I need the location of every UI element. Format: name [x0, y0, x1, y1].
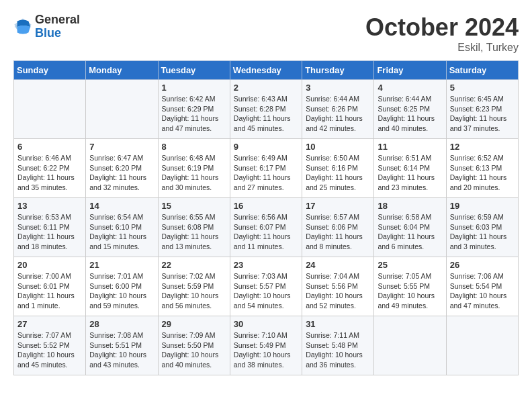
calendar-table: SundayMondayTuesdayWednesdayThursdayFrid… — [13, 60, 519, 375]
logo-general-text: General — [35, 13, 80, 27]
calendar-header: SundayMondayTuesdayWednesdayThursdayFrid… — [14, 61, 519, 80]
header-row: SundayMondayTuesdayWednesdayThursdayFrid… — [14, 61, 519, 80]
calendar-body: 1Sunrise: 6:42 AM Sunset: 6:29 PM Daylig… — [14, 80, 519, 375]
day-info: Sunrise: 7:02 AM Sunset: 5:59 PM Dayligh… — [162, 271, 226, 311]
day-number: 27 — [17, 319, 82, 329]
day-number: 1 — [162, 83, 226, 93]
day-info: Sunrise: 6:50 AM Sunset: 6:16 PM Dayligh… — [306, 153, 370, 193]
day-info: Sunrise: 6:49 AM Sunset: 6:17 PM Dayligh… — [234, 153, 298, 193]
day-number: 29 — [162, 319, 226, 329]
calendar-cell: 2Sunrise: 6:43 AM Sunset: 6:28 PM Daylig… — [230, 80, 302, 139]
header-day: Wednesday — [230, 61, 302, 80]
calendar-cell: 12Sunrise: 6:52 AM Sunset: 6:13 PM Dayli… — [446, 139, 518, 198]
month-title: October 2024 — [365, 13, 519, 42]
day-number: 31 — [306, 319, 370, 329]
day-info: Sunrise: 7:00 AM Sunset: 6:01 PM Dayligh… — [17, 271, 82, 311]
calendar-cell: 1Sunrise: 6:42 AM Sunset: 6:29 PM Daylig… — [158, 80, 230, 139]
day-number: 2 — [234, 83, 298, 93]
day-info: Sunrise: 6:55 AM Sunset: 6:08 PM Dayligh… — [162, 212, 226, 252]
day-info: Sunrise: 6:48 AM Sunset: 6:19 PM Dayligh… — [162, 153, 226, 193]
day-info: Sunrise: 6:44 AM Sunset: 6:26 PM Dayligh… — [306, 94, 370, 134]
day-number: 13 — [17, 201, 82, 211]
day-number: 12 — [450, 142, 515, 152]
calendar-cell: 20Sunrise: 7:00 AM Sunset: 6:01 PM Dayli… — [14, 257, 86, 316]
location: Eskil, Turkey — [365, 42, 519, 54]
calendar-cell: 23Sunrise: 7:03 AM Sunset: 5:57 PM Dayli… — [230, 257, 302, 316]
logo-blue-text: Blue — [35, 27, 80, 40]
calendar-cell: 29Sunrise: 7:09 AM Sunset: 5:50 PM Dayli… — [158, 316, 230, 375]
day-number: 10 — [306, 142, 370, 152]
calendar-cell: 5Sunrise: 6:45 AM Sunset: 6:23 PM Daylig… — [446, 80, 518, 139]
day-info: Sunrise: 7:01 AM Sunset: 6:00 PM Dayligh… — [89, 271, 154, 311]
calendar-cell — [446, 316, 518, 375]
calendar-cell: 11Sunrise: 6:51 AM Sunset: 6:14 PM Dayli… — [374, 139, 446, 198]
day-info: Sunrise: 6:51 AM Sunset: 6:14 PM Dayligh… — [378, 153, 442, 193]
calendar-cell: 17Sunrise: 6:57 AM Sunset: 6:06 PM Dayli… — [302, 198, 374, 257]
header-day: Thursday — [302, 61, 374, 80]
day-info: Sunrise: 6:42 AM Sunset: 6:29 PM Dayligh… — [162, 94, 226, 134]
day-number: 20 — [17, 260, 82, 270]
day-number: 25 — [378, 260, 442, 270]
day-number: 30 — [234, 319, 298, 329]
day-info: Sunrise: 6:56 AM Sunset: 6:07 PM Dayligh… — [234, 212, 298, 252]
logo-icon — [13, 17, 32, 36]
day-info: Sunrise: 6:59 AM Sunset: 6:03 PM Dayligh… — [450, 212, 515, 252]
day-info: Sunrise: 6:57 AM Sunset: 6:06 PM Dayligh… — [306, 212, 370, 252]
day-info: Sunrise: 6:52 AM Sunset: 6:13 PM Dayligh… — [450, 153, 515, 193]
day-number: 18 — [378, 201, 442, 211]
day-info: Sunrise: 6:45 AM Sunset: 6:23 PM Dayligh… — [450, 94, 515, 134]
calendar-cell: 28Sunrise: 7:08 AM Sunset: 5:51 PM Dayli… — [86, 316, 158, 375]
day-number: 19 — [450, 201, 515, 211]
title-block: October 2024 Eskil, Turkey — [365, 13, 519, 54]
day-number: 8 — [162, 142, 226, 152]
header-day: Friday — [374, 61, 446, 80]
calendar-week-row: 6Sunrise: 6:46 AM Sunset: 6:22 PM Daylig… — [14, 139, 519, 198]
day-info: Sunrise: 6:58 AM Sunset: 6:04 PM Dayligh… — [378, 212, 442, 252]
day-number: 21 — [89, 260, 154, 270]
calendar-cell: 6Sunrise: 6:46 AM Sunset: 6:22 PM Daylig… — [14, 139, 86, 198]
day-info: Sunrise: 7:03 AM Sunset: 5:57 PM Dayligh… — [234, 271, 298, 311]
calendar-cell: 3Sunrise: 6:44 AM Sunset: 6:26 PM Daylig… — [302, 80, 374, 139]
day-number: 17 — [306, 201, 370, 211]
calendar-cell: 24Sunrise: 7:04 AM Sunset: 5:56 PM Dayli… — [302, 257, 374, 316]
day-info: Sunrise: 6:47 AM Sunset: 6:20 PM Dayligh… — [89, 153, 154, 193]
calendar-cell: 26Sunrise: 7:06 AM Sunset: 5:54 PM Dayli… — [446, 257, 518, 316]
header-day: Saturday — [446, 61, 518, 80]
calendar-cell: 8Sunrise: 6:48 AM Sunset: 6:19 PM Daylig… — [158, 139, 230, 198]
day-number: 22 — [162, 260, 226, 270]
header-day: Sunday — [14, 61, 86, 80]
day-number: 3 — [306, 83, 370, 93]
day-info: Sunrise: 6:53 AM Sunset: 6:11 PM Dayligh… — [17, 212, 82, 252]
calendar-cell: 31Sunrise: 7:11 AM Sunset: 5:48 PM Dayli… — [302, 316, 374, 375]
calendar-cell: 25Sunrise: 7:05 AM Sunset: 5:55 PM Dayli… — [374, 257, 446, 316]
day-info: Sunrise: 6:54 AM Sunset: 6:10 PM Dayligh… — [89, 212, 154, 252]
calendar-cell: 13Sunrise: 6:53 AM Sunset: 6:11 PM Dayli… — [14, 198, 86, 257]
day-info: Sunrise: 7:08 AM Sunset: 5:51 PM Dayligh… — [89, 330, 154, 370]
day-info: Sunrise: 7:04 AM Sunset: 5:56 PM Dayligh… — [306, 271, 370, 311]
day-number: 23 — [234, 260, 298, 270]
day-number: 4 — [378, 83, 442, 93]
logo: General Blue — [13, 13, 80, 40]
day-info: Sunrise: 7:11 AM Sunset: 5:48 PM Dayligh… — [306, 330, 370, 370]
header-day: Monday — [86, 61, 158, 80]
day-number: 28 — [89, 319, 154, 329]
day-number: 16 — [234, 201, 298, 211]
day-info: Sunrise: 6:46 AM Sunset: 6:22 PM Dayligh… — [17, 153, 82, 193]
calendar-cell: 22Sunrise: 7:02 AM Sunset: 5:59 PM Dayli… — [158, 257, 230, 316]
calendar-cell — [14, 80, 86, 139]
calendar-week-row: 27Sunrise: 7:07 AM Sunset: 5:52 PM Dayli… — [14, 316, 519, 375]
day-number: 7 — [89, 142, 154, 152]
calendar-cell: 30Sunrise: 7:10 AM Sunset: 5:49 PM Dayli… — [230, 316, 302, 375]
logo-text: General Blue — [35, 13, 80, 40]
day-info: Sunrise: 7:06 AM Sunset: 5:54 PM Dayligh… — [450, 271, 515, 311]
day-info: Sunrise: 7:05 AM Sunset: 5:55 PM Dayligh… — [378, 271, 442, 311]
page-header: General Blue October 2024 Eskil, Turkey — [13, 13, 519, 54]
day-number: 15 — [162, 201, 226, 211]
calendar-cell: 27Sunrise: 7:07 AM Sunset: 5:52 PM Dayli… — [14, 316, 86, 375]
day-number: 14 — [89, 201, 154, 211]
day-info: Sunrise: 6:44 AM Sunset: 6:25 PM Dayligh… — [378, 94, 442, 134]
calendar-cell: 9Sunrise: 6:49 AM Sunset: 6:17 PM Daylig… — [230, 139, 302, 198]
calendar-week-row: 13Sunrise: 6:53 AM Sunset: 6:11 PM Dayli… — [14, 198, 519, 257]
calendar-cell: 21Sunrise: 7:01 AM Sunset: 6:00 PM Dayli… — [86, 257, 158, 316]
calendar-cell: 18Sunrise: 6:58 AM Sunset: 6:04 PM Dayli… — [374, 198, 446, 257]
